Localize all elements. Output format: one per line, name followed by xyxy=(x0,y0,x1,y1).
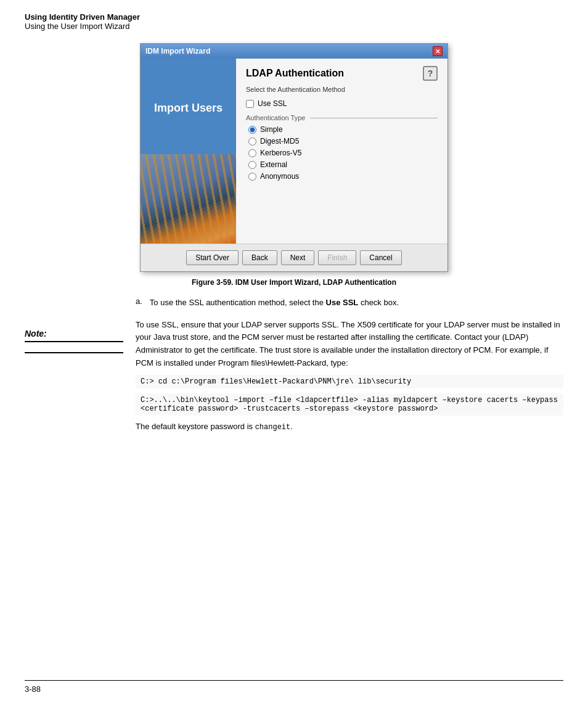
step-a: a. To use the SSL authentication method,… xyxy=(136,297,563,309)
page-number: 3-88 xyxy=(25,684,41,694)
back-button[interactable]: Back xyxy=(242,250,277,265)
figure-caption: Figure 3-59. IDM User Import Wizard, LDA… xyxy=(25,278,563,287)
main-text-section: a. To use the SSL authentication method,… xyxy=(136,297,563,433)
dialog-titlebar: IDM Import Wizard ✕ xyxy=(141,44,447,59)
header-sub-title: Using the User Import Wizard xyxy=(25,22,563,31)
note-bottom-line xyxy=(25,352,123,353)
default-keystore-line: The default keystore password is changei… xyxy=(136,421,563,433)
ldap-auth-title: LDAP Authentication xyxy=(246,68,344,79)
dialog-window: IDM Import Wizard ✕ Import Users LDAP Au… xyxy=(140,43,448,272)
radio-digest-label: Digest-MD5 xyxy=(260,137,299,146)
radio-item-simple: Simple xyxy=(248,125,438,134)
default-keystore-after: . xyxy=(290,422,293,431)
dialog-body: Import Users LDAP Authentication ? Selec… xyxy=(141,59,447,244)
auth-type-header: Authentication Type xyxy=(246,114,438,121)
content-area: Note: a. To use the SSL authentication m… xyxy=(25,297,563,433)
radio-item-external: External xyxy=(248,160,438,169)
radio-digest[interactable] xyxy=(248,138,256,146)
radio-item-digest: Digest-MD5 xyxy=(248,137,438,146)
finish-button: Finish xyxy=(318,250,356,265)
use-ssl-row: Use SSL xyxy=(246,99,438,108)
step-a-bold: Use SSL xyxy=(326,298,359,307)
step-a-text-before: To use the SSL authentication method, se… xyxy=(150,298,326,307)
cancel-button[interactable]: Cancel xyxy=(360,250,401,265)
radio-anonymous-label: Anonymous xyxy=(260,172,299,181)
radio-external[interactable] xyxy=(248,161,256,169)
use-ssl-checkbox[interactable] xyxy=(246,100,254,108)
dialog-container: IDM Import Wizard ✕ Import Users LDAP Au… xyxy=(25,43,563,272)
use-ssl-label: Use SSL xyxy=(258,99,287,108)
step-a-text-after: check box. xyxy=(358,298,399,307)
page-footer: 3-88 xyxy=(25,680,563,694)
radio-anonymous[interactable] xyxy=(248,173,256,181)
dialog-close-button[interactable]: ✕ xyxy=(433,46,443,56)
note-text-content: To use SSL, ensure that your LDAP server… xyxy=(136,320,560,367)
code-block-1: C:> cd c:\Program files\Hewlett-Packard\… xyxy=(136,375,563,388)
step-a-letter: a. xyxy=(136,297,142,309)
radio-simple[interactable] xyxy=(248,126,256,134)
help-button[interactable]: ? xyxy=(423,66,438,81)
radio-external-label: External xyxy=(260,160,287,169)
note-paragraph: To use SSL, ensure that your LDAP server… xyxy=(136,319,563,370)
header-bold-title: Using Identity Driven Manager xyxy=(25,12,563,22)
next-button[interactable]: Next xyxy=(281,250,315,265)
default-keystore-before: The default keystore password is xyxy=(136,422,255,431)
dialog-right-panel: LDAP Authentication ? Select the Authent… xyxy=(236,59,447,244)
auth-type-section: Authentication Type Simple Digest-MD5 xyxy=(246,114,438,181)
radio-kerberos-label: Kerberos-V5 xyxy=(260,149,301,157)
wizard-image xyxy=(141,154,236,244)
note-label: Note: xyxy=(25,329,123,342)
dialog-footer: Start Over Back Next Finish Cancel xyxy=(141,244,447,271)
import-users-label: Import Users xyxy=(141,59,236,154)
dialog-title: IDM Import Wizard xyxy=(145,47,210,55)
select-auth-method-label: Select the Authentication Method xyxy=(246,86,438,93)
code-block-2: C:>..\..\bin\keytool –import –file <ldap… xyxy=(136,393,563,416)
step-a-text: To use the SSL authentication method, se… xyxy=(150,297,399,309)
radio-item-kerberos: Kerberos-V5 xyxy=(248,149,438,157)
building-graphic xyxy=(141,154,236,244)
radio-simple-label: Simple xyxy=(260,125,283,134)
radio-group: Simple Digest-MD5 Kerberos-V5 Exter xyxy=(246,125,438,181)
radio-kerberos[interactable] xyxy=(248,149,256,157)
dialog-right-header: LDAP Authentication ? xyxy=(246,66,438,81)
start-over-button[interactable]: Start Over xyxy=(186,250,239,265)
default-keystore-code: changeit xyxy=(255,423,291,432)
dialog-left-panel: Import Users xyxy=(141,59,236,244)
note-section: Note: xyxy=(25,297,136,433)
page-header: Using Identity Driven Manager Using the … xyxy=(25,12,563,31)
radio-item-anonymous: Anonymous xyxy=(248,172,438,181)
